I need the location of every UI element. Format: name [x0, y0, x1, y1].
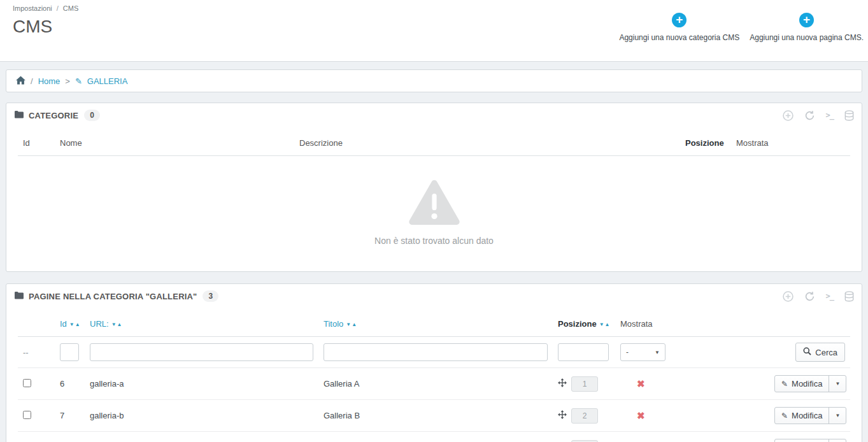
not-shown-icon[interactable]: ✖ — [637, 410, 645, 421]
edit-dropdown-toggle[interactable]: ▼ — [829, 439, 846, 442]
edit-split-button: ✎ Modifica ▼ — [774, 375, 846, 392]
col-header-mostrata: Mostrata — [615, 308, 674, 337]
search-icon — [803, 347, 811, 357]
database-icon[interactable] — [844, 110, 854, 121]
edit-dropdown-toggle[interactable]: ▼ — [829, 408, 846, 424]
titolo-filter-input[interactable] — [324, 343, 548, 361]
plus-circle-icon: + — [672, 13, 687, 27]
breadcrumb-separator: / — [57, 4, 59, 12]
database-icon[interactable] — [844, 291, 854, 302]
add-icon[interactable] — [783, 291, 793, 302]
chevron-down-icon: ▼ — [835, 413, 840, 418]
nav-current-category-link[interactable]: GALLERIA — [87, 76, 128, 86]
search-button[interactable]: Cerca — [795, 343, 845, 362]
row-checkbox[interactable] — [23, 411, 31, 419]
pages-panel: PAGINE NELLA CATEGORIA "GALLERIA" 3 >_ I… — [6, 283, 862, 442]
col-header-spacer — [674, 308, 769, 337]
header-actions: + Aggiungi una nuova categoria CMS + Agg… — [619, 13, 864, 42]
categories-count-badge: 0 — [84, 110, 100, 121]
sort-carets-icon[interactable]: ▼▲ — [346, 322, 357, 327]
cell-url: galleria-b — [85, 400, 318, 432]
not-shown-icon[interactable]: ✖ — [637, 378, 645, 389]
plus-circle-icon: + — [799, 13, 814, 27]
sort-carets-icon[interactable]: ▼▲ — [599, 322, 611, 327]
pencil-icon: ✎ — [75, 76, 82, 86]
page-header: Impostazioni/CMS CMS + Aggiungi una nuov… — [0, 0, 868, 62]
cell-id: 8 — [55, 432, 85, 442]
col-header-id: Id▼▲ — [55, 308, 85, 337]
move-icon[interactable] — [558, 410, 567, 421]
home-icon[interactable] — [16, 76, 25, 87]
cell-id: 6 — [55, 368, 85, 400]
edit-button[interactable]: ✎ Modifica — [775, 439, 829, 442]
col-header-checkbox — [18, 308, 55, 337]
pages-panel-title: PAGINE NELLA CATEGORIA "GALLERIA" — [29, 292, 197, 301]
pages-panel-tools: >_ — [783, 291, 854, 302]
col-header-nome: Nome — [55, 127, 294, 156]
empty-state: Non è stato trovato alcun dato — [18, 156, 850, 272]
add-cms-page-label: Aggiungi una nuova pagina CMS. — [750, 33, 864, 42]
cell-url: galleria-c — [85, 432, 318, 442]
breadcrumb-root-link[interactable]: Impostazioni — [13, 4, 52, 12]
posizione-filter-input[interactable] — [558, 343, 609, 361]
position-input — [571, 440, 598, 442]
filter-checkbox-label: -- — [18, 337, 55, 368]
cms-tree-breadcrumb: / Home > ✎ GALLERIA — [6, 69, 862, 92]
mostrata-filter-select[interactable]: - ▼ — [620, 343, 665, 361]
refresh-icon[interactable] — [804, 110, 815, 121]
col-header-mostrata: Mostrata — [731, 127, 850, 156]
sort-id-link[interactable]: Id — [60, 319, 67, 329]
sort-url-link[interactable]: URL: — [90, 319, 109, 329]
cell-titolo: Galleria B — [318, 400, 553, 432]
sort-carets-icon[interactable]: ▼▲ — [111, 322, 123, 327]
categories-table: Id Nome Descrizione Posizione Mostrata N… — [18, 127, 850, 271]
empty-state-message: Non è stato trovato alcun dato — [18, 236, 850, 246]
col-header-actions — [769, 308, 850, 337]
position-input — [571, 408, 598, 424]
table-row: 6 galleria-a Galleria A ✖ — [18, 368, 850, 400]
terminal-icon[interactable]: >_ — [826, 111, 834, 120]
pages-header-row: Id▼▲ URL:▼▲ Titolo▼▲ Posizione▼▲ Mostrat… — [18, 308, 850, 337]
nav-home-link[interactable]: Home — [38, 76, 60, 86]
col-header-titolo: Titolo▼▲ — [318, 308, 553, 337]
pages-panel-heading: PAGINE NELLA CATEGORIA "GALLERIA" 3 >_ — [6, 284, 862, 308]
edit-dropdown-toggle[interactable]: ▼ — [829, 376, 846, 392]
sort-carets-icon[interactable]: ▼▲ — [69, 322, 81, 327]
col-header-id: Id — [18, 127, 55, 156]
pages-count-badge: 3 — [203, 290, 218, 302]
chevron-down-icon: ▼ — [655, 350, 660, 355]
col-header-posizione: Posizione▼▲ — [553, 308, 615, 337]
pages-filter-row: -- - ▼ Cerca — [18, 337, 850, 368]
mostrata-filter-value: - — [626, 348, 629, 357]
terminal-icon[interactable]: >_ — [826, 292, 834, 301]
search-button-label: Cerca — [815, 348, 837, 357]
refresh-icon[interactable] — [804, 291, 815, 302]
add-cms-category-label: Aggiungi una nuova categoria CMS — [619, 33, 739, 42]
breadcrumb-current-link[interactable]: CMS — [63, 4, 78, 12]
add-cms-page-button[interactable]: + Aggiungi una nuova pagina CMS. — [750, 13, 864, 42]
move-icon[interactable] — [558, 378, 567, 389]
pencil-icon: ✎ — [781, 411, 788, 420]
sort-posizione-link[interactable]: Posizione — [558, 319, 597, 329]
col-header-descrizione: Descrizione — [294, 127, 680, 156]
chevron-down-icon: ▼ — [835, 381, 840, 387]
pages-table: Id▼▲ URL:▼▲ Titolo▼▲ Posizione▼▲ Mostrat… — [18, 308, 850, 442]
edit-button[interactable]: ✎ Modifica — [775, 376, 829, 392]
add-cms-category-button[interactable]: + Aggiungi una nuova categoria CMS — [619, 13, 739, 42]
position-input — [571, 376, 598, 392]
col-header-posizione: Posizione — [680, 127, 731, 156]
edit-button[interactable]: ✎ Modifica — [775, 408, 829, 424]
categories-panel-tools: >_ — [783, 110, 854, 121]
breadcrumb: Impostazioni/CMS — [13, 4, 855, 12]
row-checkbox[interactable] — [23, 379, 31, 387]
add-icon[interactable] — [783, 110, 793, 121]
edit-split-button: ✎ Modifica ▼ — [774, 439, 846, 442]
categories-panel: CATEGORIE 0 >_ Id Nome Descrizione Posiz… — [6, 103, 862, 272]
table-row: 7 galleria-b Galleria B ✖ — [18, 400, 850, 432]
nav-separator: > — [65, 76, 70, 86]
url-filter-input[interactable] — [90, 343, 313, 361]
edit-button-label: Modifica — [792, 411, 822, 420]
id-filter-input[interactable] — [60, 343, 79, 361]
sort-titolo-link[interactable]: Titolo — [324, 319, 343, 329]
warning-triangle-icon — [408, 218, 461, 228]
